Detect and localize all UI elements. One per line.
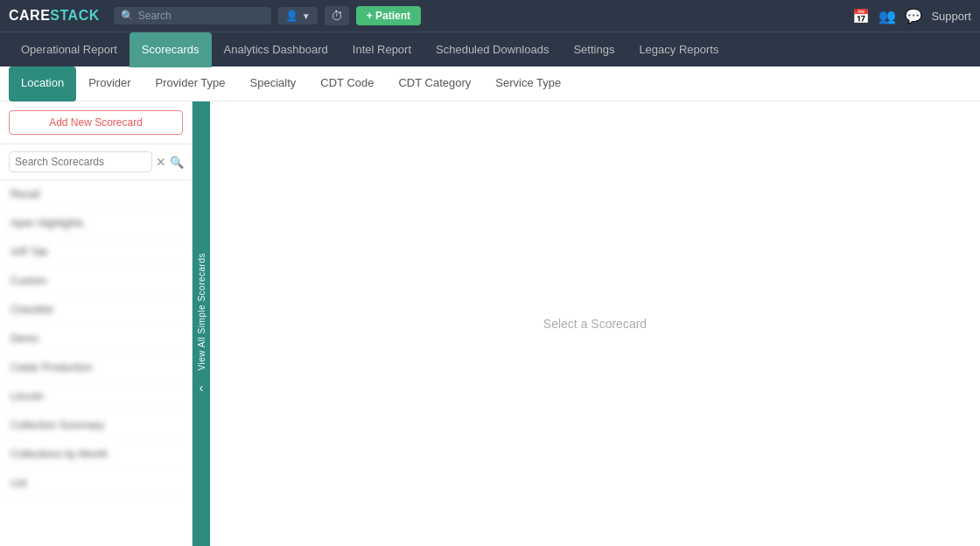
- collapse-handle[interactable]: View All Simple Scorecards ‹: [192, 102, 210, 546]
- list-item[interactable]: Apex Highlights: [0, 209, 192, 238]
- top-nav-right: 📅 👥 💬 Support: [852, 8, 971, 24]
- chat-icon[interactable]: 💬: [905, 8, 922, 24]
- list-item[interactable]: Cedar Production: [0, 354, 192, 382]
- add-patient-button[interactable]: + Patient: [356, 6, 421, 25]
- logo: CARESTACK: [9, 8, 100, 24]
- nav-tab-operational[interactable]: Operational Report: [9, 32, 130, 67]
- main-content: Select a Scorecard: [210, 102, 980, 546]
- sub-tab-location[interactable]: Location: [9, 66, 76, 102]
- clock-button[interactable]: ⏱: [325, 6, 349, 25]
- list-item[interactable]: Demo: [0, 325, 192, 354]
- users-icon[interactable]: 👥: [878, 8, 896, 24]
- scorecard-list: Recall Apex Highlights A/R Tab Custom Ch…: [0, 180, 192, 546]
- second-nav: Operational Report Scorecards Analytics …: [0, 32, 980, 66]
- list-item[interactable]: Collections by Month: [0, 440, 192, 469]
- nav-tab-intel[interactable]: Intel Report: [340, 32, 424, 67]
- search-scorecard-area: ✕ 🔍: [0, 144, 192, 180]
- support-link[interactable]: Support: [931, 10, 971, 23]
- add-scorecard-button[interactable]: Add New Scorecard: [9, 110, 183, 135]
- list-item[interactable]: Recall: [0, 180, 192, 209]
- search-icon: 🔍: [121, 10, 134, 22]
- search-scorecards-input[interactable]: [9, 151, 152, 172]
- sub-tab-service-type[interactable]: Service Type: [483, 66, 573, 102]
- sub-tab-cdt-code[interactable]: CDT Code: [308, 66, 386, 102]
- list-item[interactable]: Checklist: [0, 296, 192, 325]
- sub-tabs: Location Provider Provider Type Specialt…: [0, 66, 980, 102]
- search-submit-button[interactable]: 🔍: [170, 156, 184, 169]
- sidebar: Add New Scorecard ✕ 🔍 Recall Apex Highli…: [0, 102, 192, 546]
- sub-tab-provider[interactable]: Provider: [76, 66, 143, 102]
- top-nav: CARESTACK 🔍 👤 ▼ ⏱ + Patient 📅 👥 💬 Suppor…: [0, 0, 980, 32]
- list-item[interactable]: Custom: [0, 267, 192, 296]
- sidebar-header: Add New Scorecard: [0, 102, 192, 144]
- list-item[interactable]: A/R Tab: [0, 238, 192, 267]
- sub-tab-cdt-category[interactable]: CDT Category: [386, 66, 483, 102]
- user-icon: 👤: [285, 10, 298, 22]
- chevron-down-icon: ▼: [302, 11, 311, 21]
- list-item[interactable]: Lincoln: [0, 382, 192, 411]
- logo-stack: STACK: [50, 8, 99, 23]
- nav-tab-legacy[interactable]: Legacy Reports: [626, 32, 731, 67]
- chevron-left-icon: ‹: [200, 381, 204, 395]
- global-search-input[interactable]: [138, 10, 252, 22]
- search-bar[interactable]: 🔍: [114, 7, 271, 24]
- list-item[interactable]: Collection Summary: [0, 411, 192, 440]
- nav-tab-settings[interactable]: Settings: [561, 32, 626, 67]
- logo-care: CARE: [9, 8, 50, 23]
- empty-state-label: Select a Scorecard: [543, 317, 647, 331]
- calendar-icon[interactable]: 📅: [852, 8, 870, 24]
- nav-tab-scheduled[interactable]: Scheduled Downloads: [424, 32, 561, 67]
- user-area[interactable]: 👤 ▼: [278, 7, 318, 24]
- collapse-handle-label: View All Simple Scorecards: [197, 253, 206, 371]
- sub-tab-provider-type[interactable]: Provider Type: [144, 66, 238, 102]
- sub-tab-specialty[interactable]: Specialty: [238, 66, 309, 102]
- nav-tab-scorecards[interactable]: Scorecards: [130, 32, 212, 67]
- nav-tab-analytics[interactable]: Analytics Dashboard: [212, 32, 340, 67]
- list-item[interactable]: List: [0, 469, 192, 498]
- clear-search-button[interactable]: ✕: [156, 156, 166, 168]
- main-layout: Add New Scorecard ✕ 🔍 Recall Apex Highli…: [0, 102, 980, 546]
